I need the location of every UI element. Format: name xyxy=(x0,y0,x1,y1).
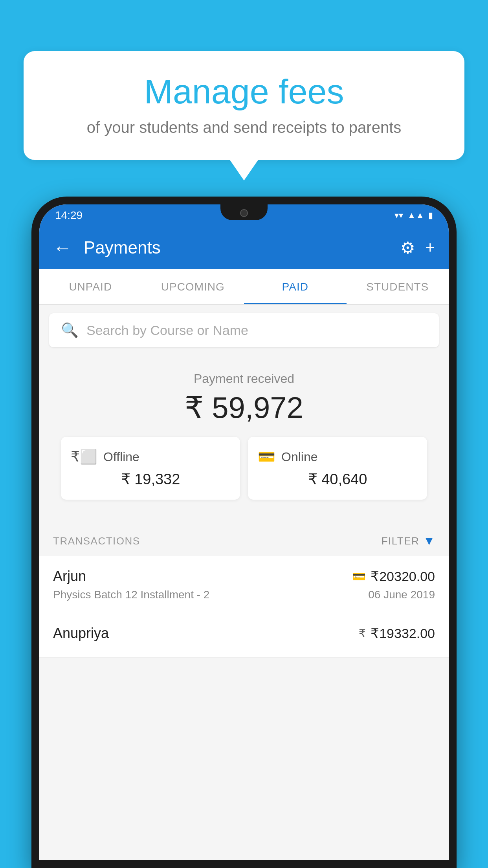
status-bar: 14:29 ▾▾ ▲▲ ▮ xyxy=(39,204,449,226)
add-icon[interactable]: + xyxy=(425,238,435,257)
online-card-top: 💳 Online xyxy=(258,449,417,465)
transaction-amount: ₹20320.00 xyxy=(371,568,435,584)
page-title: Payments xyxy=(84,238,389,257)
settings-icon[interactable]: ⚙ xyxy=(400,238,415,257)
app-bar: ← Payments ⚙ + xyxy=(39,226,449,269)
tab-upcoming[interactable]: UPCOMING xyxy=(142,269,244,304)
payment-received-label: Payment received xyxy=(51,371,437,386)
online-icon: 💳 xyxy=(258,449,275,465)
transactions-header: TRANSACTIONS FILTER ▼ xyxy=(39,523,449,556)
transactions-section-label: TRANSACTIONS xyxy=(53,535,140,547)
transaction-bottom-row: Physics Batch 12 Installment - 2 06 June… xyxy=(53,588,435,601)
payment-type-icon: ₹ xyxy=(359,627,366,640)
speech-bubble: Manage fees of your students and send re… xyxy=(24,51,464,160)
online-amount: ₹ 40,640 xyxy=(258,471,417,488)
transaction-amount: ₹19332.00 xyxy=(371,625,435,641)
transaction-top-row: Anupriya ₹ ₹19332.00 xyxy=(53,625,435,642)
online-label: Online xyxy=(281,450,318,464)
filter-label: FILTER xyxy=(382,535,420,547)
camera xyxy=(240,209,248,217)
phone-frame: 14:29 ▾▾ ▲▲ ▮ ← Payments ⚙ + UNPAID UPCO… xyxy=(31,197,457,868)
battery-icon: ▮ xyxy=(428,210,433,221)
speech-bubble-container: Manage fees of your students and send re… xyxy=(24,51,464,160)
transaction-amount-wrap: 💳 ₹20320.00 xyxy=(352,568,435,584)
transaction-amount-wrap: ₹ ₹19332.00 xyxy=(359,625,435,641)
back-button[interactable]: ← xyxy=(53,237,72,259)
transaction-date: 06 June 2019 xyxy=(368,588,435,601)
online-payment-card: 💳 Online ₹ 40,640 xyxy=(248,437,427,500)
filter-icon: ▼ xyxy=(423,534,435,548)
transaction-name: Anupriya xyxy=(53,625,109,642)
search-icon: 🔍 xyxy=(61,322,79,338)
signal-icon: ▲▲ xyxy=(407,210,424,221)
payment-total-amount: ₹ 59,972 xyxy=(51,390,437,425)
status-time: 14:29 xyxy=(55,209,83,222)
transaction-name: Arjun xyxy=(53,568,86,585)
app-bar-actions: ⚙ + xyxy=(400,238,435,257)
search-box[interactable]: 🔍 Search by Course or Name xyxy=(49,313,439,347)
tabs-bar: UNPAID UPCOMING PAID STUDENTS xyxy=(39,269,449,305)
tab-unpaid[interactable]: UNPAID xyxy=(39,269,142,304)
payment-cards-row: ₹⬜ Offline ₹ 19,332 💳 Online ₹ 40,640 xyxy=(51,437,437,511)
offline-amount: ₹ 19,332 xyxy=(71,471,230,488)
tab-students[interactable]: STUDENTS xyxy=(347,269,449,304)
search-input[interactable]: Search by Course or Name xyxy=(86,323,248,338)
offline-card-top: ₹⬜ Offline xyxy=(71,449,230,465)
offline-icon: ₹⬜ xyxy=(71,449,97,465)
phone-inner: 14:29 ▾▾ ▲▲ ▮ ← Payments ⚙ + UNPAID UPCO… xyxy=(39,204,449,860)
transaction-top-row: Arjun 💳 ₹20320.00 xyxy=(53,568,435,585)
offline-payment-card: ₹⬜ Offline ₹ 19,332 xyxy=(61,437,240,500)
offline-label: Offline xyxy=(103,450,139,464)
filter-button[interactable]: FILTER ▼ xyxy=(382,534,435,548)
tab-paid[interactable]: PAID xyxy=(244,269,347,304)
wifi-icon: ▾▾ xyxy=(394,210,403,221)
search-container: 🔍 Search by Course or Name xyxy=(39,305,449,356)
speech-bubble-heading: Manage fees xyxy=(47,73,441,111)
speech-bubble-subtext: of your students and send receipts to pa… xyxy=(47,119,441,136)
transaction-row[interactable]: Anupriya ₹ ₹19332.00 xyxy=(39,613,449,658)
transaction-row[interactable]: Arjun 💳 ₹20320.00 Physics Batch 12 Insta… xyxy=(39,556,449,613)
payment-received-section: Payment received ₹ 59,972 ₹⬜ Offline ₹ 1… xyxy=(39,356,449,523)
payment-type-icon: 💳 xyxy=(352,570,366,583)
notch xyxy=(220,204,268,220)
transaction-course: Physics Batch 12 Installment - 2 xyxy=(53,588,209,601)
status-icons: ▾▾ ▲▲ ▮ xyxy=(394,210,433,221)
